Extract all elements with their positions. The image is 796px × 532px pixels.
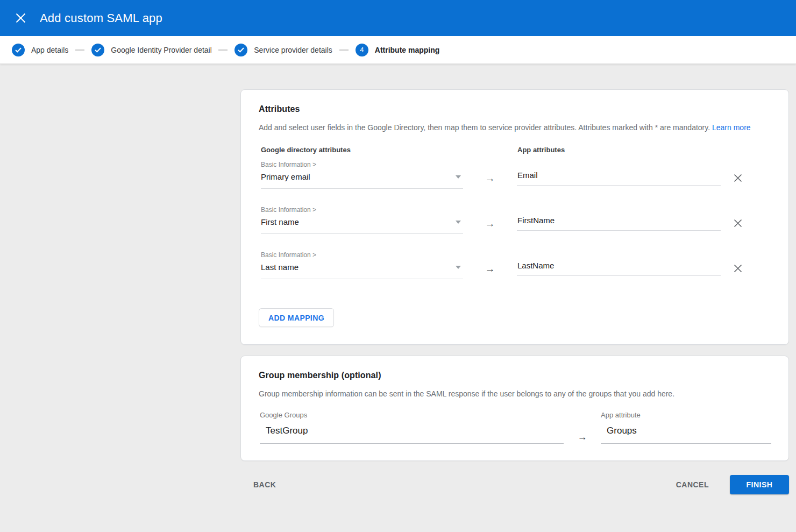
app-attributes-header: App attributes [517, 146, 565, 154]
arrow-right-icon: → [463, 263, 517, 275]
step-completed-check-icon [234, 44, 247, 56]
finish-button[interactable]: FINISH [730, 475, 789, 494]
step-app-details[interactable]: App details [12, 44, 68, 56]
dropdown-arrow-icon [456, 175, 461, 179]
close-icon [734, 264, 742, 273]
arrow-right-icon: → [564, 431, 601, 443]
cancel-button[interactable]: CANCEL [670, 475, 715, 494]
step-completed-check-icon [12, 44, 25, 56]
google-groups-label: Google Groups [260, 411, 564, 419]
google-attribute-select[interactable]: Basic Information > Last name [261, 251, 463, 279]
wizard-footer: BACK CANCEL FINISH [240, 475, 789, 494]
group-app-attribute-label: App attribute [601, 411, 771, 419]
app-attribute-input[interactable]: Email [517, 171, 721, 186]
close-button[interactable] [10, 8, 31, 29]
attribute-category-label: Basic Information > [261, 206, 463, 214]
step-attribute-mapping: 4 Attribute mapping [356, 44, 440, 56]
app-attribute-value: FirstName [517, 216, 555, 225]
close-icon [734, 174, 742, 182]
mapping-columns-header: Google directory attributes App attribut… [261, 146, 771, 154]
attribute-category-label: Basic Information > [261, 161, 463, 168]
step-label: Attribute mapping [375, 46, 440, 54]
close-icon [734, 219, 742, 228]
step-completed-check-icon [91, 44, 104, 56]
arrow-right-icon: → [463, 173, 517, 185]
back-button[interactable]: BACK [247, 475, 282, 494]
mapping-row: Basic Information > First name → FirstNa… [261, 206, 771, 234]
group-card-title: Group membership (optional) [259, 371, 771, 380]
main-content: Attributes Add and select user fields in… [0, 64, 796, 494]
attributes-card-description: Add and select user fields in the Google… [259, 123, 771, 132]
learn-more-link[interactable]: Learn more [712, 123, 751, 132]
delete-mapping-button[interactable] [731, 262, 744, 276]
step-connector [75, 49, 84, 51]
step-label: App details [31, 46, 68, 54]
selected-attribute-value: First name [261, 217, 299, 226]
attribute-category-label: Basic Information > [261, 251, 463, 259]
group-card-description: Group membership information can be sent… [259, 389, 771, 398]
group-mapping-row: Google Groups TestGroup → App attribute … [260, 411, 771, 444]
arrow-right-icon: → [463, 218, 517, 230]
wizard-stepper: App details Google Identity Provider det… [0, 36, 796, 64]
google-directory-attributes-header: Google directory attributes [261, 146, 517, 154]
attributes-description-text: Add and select user fields in the Google… [259, 123, 710, 132]
google-groups-input[interactable]: TestGroup [260, 425, 564, 444]
dropdown-arrow-icon [456, 221, 461, 224]
step-label: Service provider details [254, 46, 332, 54]
google-attribute-select[interactable]: Basic Information > Primary email [261, 161, 463, 189]
step-google-idp-details[interactable]: Google Identity Provider details [91, 44, 211, 56]
dropdown-arrow-icon [456, 266, 461, 269]
google-attribute-select[interactable]: Basic Information > First name [261, 206, 463, 234]
app-attribute-input[interactable]: LastName [517, 261, 721, 276]
mapping-row: Basic Information > Primary email → Emai… [261, 161, 771, 189]
step-number-badge: 4 [356, 44, 368, 56]
add-mapping-button[interactable]: ADD MAPPING [259, 308, 334, 327]
attributes-card: Attributes Add and select user fields in… [240, 89, 789, 345]
step-service-provider-details[interactable]: Service provider details [234, 44, 332, 56]
delete-mapping-button[interactable] [731, 217, 744, 231]
step-connector [339, 49, 349, 51]
group-app-attribute-input[interactable]: Groups [601, 425, 771, 444]
close-icon [16, 13, 26, 23]
attributes-card-title: Attributes [259, 104, 771, 114]
mapping-row: Basic Information > Last name → LastName [261, 251, 771, 279]
app-attribute-input[interactable]: FirstName [517, 216, 721, 231]
step-label: Google Identity Provider details [111, 46, 211, 54]
delete-mapping-button[interactable] [731, 172, 744, 186]
app-header-bar: Add custom SAML app [0, 0, 796, 36]
app-attribute-value: Email [517, 171, 538, 180]
group-membership-card: Group membership (optional) Group member… [240, 356, 789, 461]
dialog-title: Add custom SAML app [40, 11, 162, 25]
app-attribute-value: LastName [517, 261, 554, 270]
step-connector [218, 49, 228, 51]
selected-attribute-value: Primary email [261, 172, 310, 181]
selected-attribute-value: Last name [261, 263, 298, 272]
